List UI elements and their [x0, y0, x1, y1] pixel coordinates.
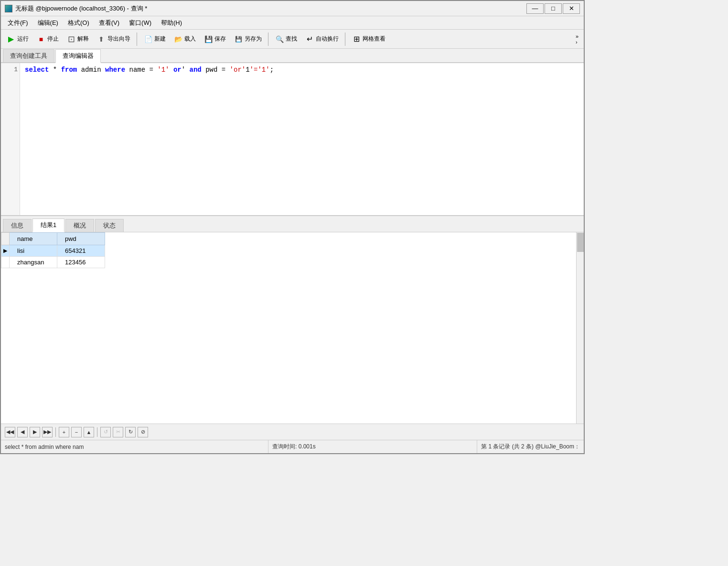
nav-stop-button[interactable]: ⊘ [138, 427, 148, 437]
stop-button[interactable]: ■ 停止 [33, 32, 62, 47]
row-indicator: ▶ [1, 245, 10, 257]
nav-next-button[interactable]: ▶ [30, 427, 40, 437]
col-header-pwd: pwd [57, 233, 105, 245]
find-icon: 🔍 [275, 34, 284, 44]
new-button[interactable]: 📄 新建 [140, 32, 169, 47]
toolbar: ▶ 运行 ■ 停止 ⊡ 解释 ⬆ 导出向导 📄 新建 📂 载入 💾 保存 💾 另… [1, 30, 584, 49]
results-table: name pwd ▶ lisi 654321 zhangsan 123456 [1, 232, 105, 268]
status-bar: select * from admin where nam 查询时间: 0.00… [1, 440, 584, 453]
nav-up-button[interactable]: ▲ [84, 427, 94, 437]
toolbar-sep-3 [345, 33, 345, 46]
cell-name-1: lisi [10, 245, 57, 257]
query-tabs-row: 查询创建工具 查询编辑器 [1, 49, 584, 63]
toolbar-sep-2 [268, 33, 268, 46]
nav-undo-button[interactable]: ↺ [100, 427, 111, 437]
load-button[interactable]: 📂 载入 [170, 32, 199, 47]
nav-last-button[interactable]: ▶▶ [42, 427, 53, 437]
nav-redo-button[interactable]: ↻ [125, 427, 136, 437]
export-label: 导出向导 [107, 35, 130, 43]
table-row[interactable]: zhangsan 123456 [1, 257, 105, 268]
result-tab-status[interactable]: 状态 [95, 219, 124, 232]
result-tab-info[interactable]: 信息 [3, 219, 32, 232]
find-label: 查找 [286, 35, 297, 43]
saveas-label: 另存为 [245, 35, 262, 43]
result-tabs-row: 信息 结果1 概况 状态 [1, 216, 584, 232]
maximize-button[interactable]: □ [545, 3, 562, 14]
new-icon: 📄 [143, 34, 153, 44]
nav-sep-1 [55, 427, 56, 437]
run-label: 运行 [17, 35, 29, 43]
load-icon: 📂 [173, 34, 183, 44]
nav-prev-button[interactable]: ◀ [17, 427, 28, 437]
editor-area: 1 select * from admin where name = '1' o… [1, 63, 584, 216]
new-label: 新建 [154, 35, 166, 43]
save-label: 保存 [214, 35, 226, 43]
editor-content[interactable]: select * from admin where name = '1' or'… [20, 63, 584, 215]
autowrap-label: 自动换行 [316, 35, 339, 43]
line-numbers: 1 [1, 63, 20, 215]
run-icon: ▶ [6, 34, 16, 44]
explain-button[interactable]: ⊡ 解释 [63, 32, 92, 47]
window-title: 无标题 @bjpowernode (localhost_3306) - 查询 * [15, 4, 526, 13]
nav-add-button[interactable]: + [59, 427, 69, 437]
run-button[interactable]: ▶ 运行 [3, 32, 32, 47]
menu-edit[interactable]: 编辑(E) [33, 18, 63, 28]
load-label: 载入 [184, 35, 196, 43]
menu-help[interactable]: 帮助(H) [156, 18, 187, 28]
autowrap-button[interactable]: ↵ 自动换行 [301, 32, 342, 47]
menu-format[interactable]: 格式(O) [63, 18, 94, 28]
title-bar: 无标题 @bjpowernode (localhost_3306) - 查询 *… [1, 1, 584, 16]
grid-button[interactable]: ⊞ 网格查看 [348, 32, 389, 47]
cell-pwd-2: 123456 [57, 257, 105, 268]
explain-label: 解释 [77, 35, 89, 43]
window-controls: — □ ✕ [526, 3, 580, 14]
save-icon: 💾 [203, 34, 213, 44]
results-grid[interactable]: name pwd ▶ lisi 654321 zhangsan 123456 [1, 232, 584, 424]
nav-cut-button[interactable]: ✂ [113, 427, 123, 437]
saveas-button[interactable]: 💾 另存为 [230, 32, 265, 47]
scrollbar-thumb[interactable] [577, 233, 584, 252]
line-number-1: 1 [3, 66, 18, 73]
app-icon [5, 5, 12, 12]
row-indicator [1, 257, 10, 268]
export-button[interactable]: ⬆ 导出向导 [93, 32, 134, 47]
minimize-button[interactable]: — [526, 3, 544, 14]
grid-label: 网格查看 [363, 35, 385, 43]
results-area: name pwd ▶ lisi 654321 zhangsan 123456 [1, 232, 584, 424]
status-record-info: 第 1 条记录 (共 2 条) @LiuJie_Boom： [477, 443, 584, 451]
status-sql-preview: select * from admin where nam [1, 440, 268, 453]
autowrap-icon: ↵ [305, 34, 314, 44]
stop-icon: ■ [36, 34, 46, 44]
status-query-time: 查询时间: 0.001s [268, 440, 477, 453]
tab-query-builder[interactable]: 查询创建工具 [3, 49, 54, 62]
vertical-scrollbar[interactable] [576, 232, 584, 424]
menu-bar: 文件(F) 编辑(E) 格式(O) 查看(V) 窗口(W) 帮助(H) [1, 16, 584, 30]
grid-icon: ⊞ [352, 34, 361, 44]
nav-sep-2 [97, 427, 97, 437]
cell-name-2: zhangsan [10, 257, 57, 268]
nav-delete-button[interactable]: − [71, 427, 82, 437]
cell-pwd-1: 654321 [57, 245, 105, 257]
col-header-name: name [10, 233, 57, 245]
toolbar-more[interactable]: »› [572, 33, 582, 46]
saveas-icon: 💾 [234, 34, 243, 44]
menu-window[interactable]: 窗口(W) [124, 18, 156, 28]
close-button[interactable]: ✕ [563, 3, 580, 14]
result-tab-result1[interactable]: 结果1 [32, 218, 64, 232]
result-tab-overview[interactable]: 概况 [65, 219, 94, 232]
menu-file[interactable]: 文件(F) [3, 18, 33, 28]
export-icon: ⬆ [96, 34, 106, 44]
menu-view[interactable]: 查看(V) [94, 18, 124, 28]
table-row[interactable]: ▶ lisi 654321 [1, 245, 105, 257]
explain-icon: ⊡ [66, 34, 76, 44]
stop-label: 停止 [47, 35, 59, 43]
tab-query-editor[interactable]: 查询编辑器 [55, 49, 101, 63]
bottom-panel: 信息 结果1 概况 状态 name pwd ▶ lisi 6543 [1, 216, 584, 440]
find-button[interactable]: 🔍 查找 [271, 32, 300, 47]
nav-first-button[interactable]: ◀◀ [5, 427, 15, 437]
toolbar-sep-1 [137, 33, 137, 46]
save-button[interactable]: 💾 保存 [200, 32, 229, 47]
nav-bar: ◀◀ ◀ ▶ ▶▶ + − ▲ ↺ ✂ ↻ ⊘ [1, 424, 584, 440]
